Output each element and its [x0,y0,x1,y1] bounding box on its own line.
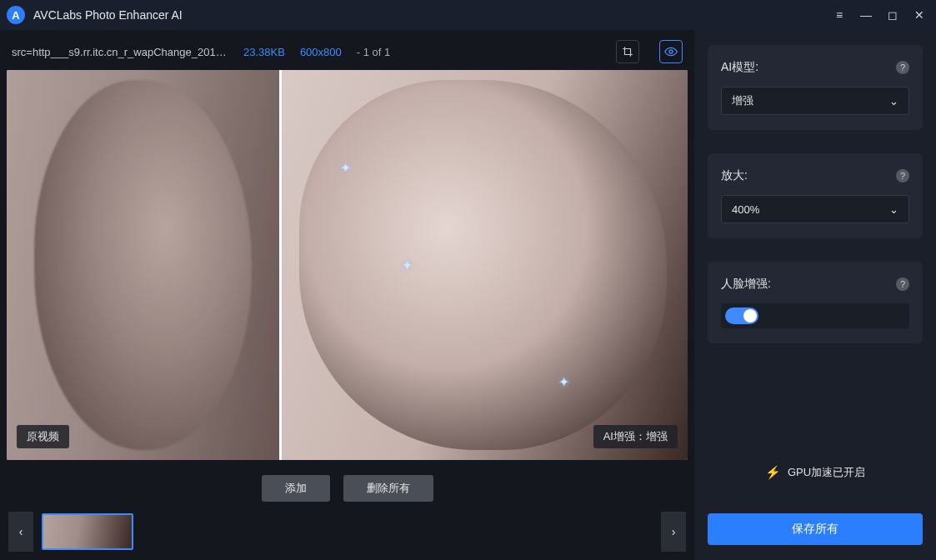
original-label: 原视频 [17,425,69,448]
close-icon[interactable]: ✕ [906,2,933,28]
menu-icon[interactable]: ≡ [826,2,853,28]
titlebar: A AVCLabs Photo Enhancer AI ≡ — ◻ ✕ [0,0,936,30]
enhanced-label: AI增强：增强 [593,425,678,448]
help-icon[interactable]: ? [896,61,909,74]
ai-model-select[interactable]: 增强 ⌄ [721,87,909,115]
maximize-icon[interactable]: ◻ [879,2,906,28]
chevron-down-icon: ⌄ [889,203,898,216]
action-row: 添加 删除所有 [7,460,688,510]
add-button[interactable]: 添加 [262,475,330,502]
sparkle-icon: ✦ [558,374,569,390]
chevron-down-icon: ⌄ [889,95,898,108]
face-enhance-toggle[interactable] [725,308,758,324]
scale-label: 放大: [721,168,896,183]
compare-slider[interactable] [279,70,282,460]
app-title: AVCLabs Photo Enhancer AI [33,8,183,22]
help-icon[interactable]: ? [896,278,909,291]
preview-area[interactable]: ✦ ✦ ✦ 原视频 AI增强：增强 [7,70,688,460]
thumb-prev-icon[interactable]: ‹ [8,512,33,552]
app-logo-icon: A [7,6,25,24]
right-panel: AI模型: ? 增强 ⌄ 放大: ? 400% ⌄ 人脸增强: ? [694,30,936,560]
sparkle-icon: ✦ [402,258,413,273]
thumbnail[interactable] [42,513,133,550]
page-counter: - 1 of 1 [357,46,390,58]
ai-model-value: 增强 [732,93,889,108]
scale-select[interactable]: 400% ⌄ [721,195,909,223]
face-enhance-label: 人脸增强: [721,277,896,292]
filename: src=http___s9.rr.itc.cn_r_wapChange_2017… [12,46,228,58]
help-icon[interactable]: ? [896,169,909,182]
scale-value: 400% [732,203,889,216]
ai-model-block: AI模型: ? 增强 ⌄ [708,45,923,130]
scale-block: 放大: ? 400% ⌄ [708,153,923,238]
gpu-status: ⚡ GPU加速已开启 [708,457,923,490]
save-all-button[interactable]: 保存所有 [708,513,923,545]
thumb-next-icon[interactable]: › [661,512,686,552]
info-bar: src=http___s9.rr.itc.cn_r_wapChange_2017… [7,37,688,67]
gpu-status-text: GPU加速已开启 [788,465,865,480]
svg-point-0 [669,50,673,53]
remove-all-button[interactable]: 删除所有 [343,475,433,502]
sparkle-icon: ✦ [340,160,351,176]
thumbnail-strip: ‹ › [7,510,688,553]
face-enhance-block: 人脸增强: ? [708,262,923,343]
ai-model-label: AI模型: [721,60,896,75]
left-panel: src=http___s9.rr.itc.cn_r_wapChange_2017… [0,30,694,560]
filesize: 23.38KB [243,46,285,58]
preview-eye-icon[interactable] [659,40,683,63]
minimize-icon[interactable]: — [853,2,879,28]
dimensions: 600x800 [300,46,342,58]
bolt-icon: ⚡ [765,465,781,480]
crop-icon[interactable] [616,40,639,63]
